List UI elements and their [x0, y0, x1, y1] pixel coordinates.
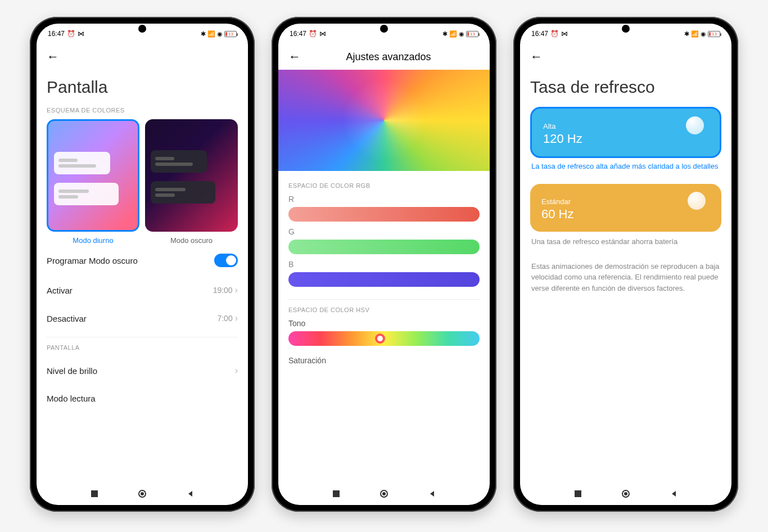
- b-slider[interactable]: [288, 272, 480, 287]
- chevron-right-icon: ›: [235, 313, 238, 323]
- hue-slider[interactable]: [288, 331, 480, 346]
- page-title: Tasa de refresco: [530, 78, 721, 97]
- mode-light-thumb: [47, 119, 139, 232]
- signal-icon: 📶: [691, 30, 699, 38]
- alarm-icon: ⏰: [550, 30, 559, 38]
- signal-icon: 📶: [449, 30, 457, 38]
- screen-1: 16:47 ⏰ ⋈ ✱ 📶 ◉ 13 ← Pantalla ESQUEMA DE…: [37, 24, 248, 505]
- alarm-icon: ⏰: [67, 30, 75, 38]
- mode-dark-card[interactable]: Modo oscuro: [145, 119, 238, 245]
- svg-point-8: [624, 492, 627, 495]
- back-button[interactable]: ←: [530, 49, 544, 64]
- mode-light-card[interactable]: Modo diurno: [47, 119, 139, 245]
- camera-notch: [138, 25, 146, 33]
- bluetooth-icon: ✱: [442, 30, 448, 38]
- r-slider[interactable]: [288, 207, 480, 222]
- reading-mode-label: Modo lectura: [47, 394, 96, 403]
- section-rgb: ESPACIO DE COLOR RGB: [288, 182, 480, 189]
- nav-recent-button[interactable]: [89, 489, 100, 499]
- screen-3: 16:47 ⏰ ⋈ ✱ 📶 ◉ 13 ← Tasa de refresco Al…: [520, 24, 731, 505]
- page-title: Pantalla: [47, 78, 238, 97]
- brightness-label: Nivel de brillo: [47, 366, 97, 376]
- nav-recent-button[interactable]: [331, 489, 341, 499]
- wifi-icon: ◉: [701, 30, 706, 38]
- nav-back-button[interactable]: [427, 489, 437, 499]
- rate-high-value: 120 Hz: [543, 132, 708, 146]
- saturation-label: Saturación: [288, 356, 480, 365]
- activate-row[interactable]: Activar 19:00›: [47, 276, 238, 304]
- deactivate-label: Desactivar: [47, 314, 87, 323]
- hue-marker[interactable]: [375, 333, 385, 344]
- rate-std-value: 60 Hz: [541, 207, 710, 222]
- phone-frame-3: 16:47 ⏰ ⋈ ✱ 📶 ◉ 13 ← Tasa de refresco Al…: [513, 17, 738, 512]
- battery-icon: 13: [466, 31, 478, 37]
- nav-back-button[interactable]: [185, 489, 195, 499]
- status-time: 16:47: [48, 30, 65, 38]
- chevron-right-icon: ›: [235, 285, 238, 295]
- wifi-icon: ◉: [459, 30, 464, 38]
- rate-high-card[interactable]: Alta 120 Hz: [530, 107, 721, 158]
- color-preview-image: [278, 70, 490, 171]
- header: ←: [37, 44, 248, 70]
- svg-rect-3: [333, 490, 340, 497]
- schedule-dark-toggle[interactable]: [214, 254, 238, 267]
- nav-recent-button[interactable]: [573, 489, 583, 499]
- header: ← Ajustes avanzados: [278, 44, 490, 70]
- screen-2: 16:47 ⏰ ⋈ ✱ 📶 ◉ 13 ← Ajustes avanzados E…: [278, 24, 490, 505]
- battery-icon: 13: [224, 31, 237, 37]
- deactivate-row[interactable]: Desactivar 7:00›: [47, 304, 238, 332]
- rate-std-card[interactable]: Estándar 60 Hz: [530, 184, 721, 232]
- g-label: G: [288, 227, 480, 236]
- activate-value: 19:00: [213, 286, 233, 295]
- nav-home-button[interactable]: [379, 489, 389, 499]
- divider: [47, 337, 238, 337]
- rate-footnote: Estas animaciones de demostración se rep…: [531, 261, 720, 294]
- nav-bar: [520, 483, 731, 505]
- nav-back-button[interactable]: [668, 489, 679, 499]
- rate-high-label: Alta: [543, 122, 708, 130]
- rate-high-caption: La tasa de refresco alta añade más clari…: [531, 161, 720, 172]
- back-button[interactable]: ←: [47, 49, 60, 64]
- nav-home-button[interactable]: [621, 489, 631, 499]
- bluetooth-icon: ✱: [201, 30, 206, 38]
- section-display: PANTALLA: [47, 344, 238, 351]
- schedule-dark-label: Programar Modo oscuro: [47, 256, 138, 265]
- bluetooth-icon: ✱: [684, 30, 689, 38]
- nav-bar: [278, 483, 490, 505]
- status-time: 16:47: [531, 30, 548, 38]
- reading-mode-row[interactable]: Modo lectura: [47, 385, 238, 412]
- divider: [288, 299, 480, 300]
- svg-rect-6: [575, 490, 581, 497]
- tone-label: Tono: [288, 319, 480, 328]
- rate-std-caption: Una tasa de refresco estándar ahorra bat…: [531, 236, 720, 247]
- deactivate-value: 7:00: [217, 314, 232, 323]
- mode-light-label: Modo diurno: [73, 236, 113, 245]
- cast-icon: ⋈: [561, 30, 568, 38]
- status-time: 16:47: [290, 30, 306, 38]
- nav-bar: [37, 483, 248, 505]
- svg-rect-0: [91, 490, 98, 497]
- brightness-row[interactable]: Nivel de brillo ›: [47, 357, 238, 385]
- g-slider[interactable]: [288, 240, 480, 254]
- mode-row: Modo diurno Modo oscuro: [47, 119, 238, 245]
- wifi-icon: ◉: [217, 30, 223, 38]
- section-hsv: ESPACIO DE COLOR HSV: [288, 306, 480, 313]
- phone-frame-2: 16:47 ⏰ ⋈ ✱ 📶 ◉ 13 ← Ajustes avanzados E…: [272, 17, 496, 512]
- header-title: Ajustes avanzados: [311, 51, 466, 63]
- cast-icon: ⋈: [78, 30, 84, 38]
- phone-frame-1: 16:47 ⏰ ⋈ ✱ 📶 ◉ 13 ← Pantalla ESQUEMA DE…: [30, 17, 255, 512]
- section-color-scheme: ESQUEMA DE COLORES: [47, 107, 238, 114]
- schedule-dark-row[interactable]: Programar Modo oscuro: [47, 245, 238, 276]
- back-button[interactable]: ←: [288, 49, 302, 64]
- b-label: B: [288, 260, 480, 269]
- cast-icon: ⋈: [319, 30, 326, 38]
- svg-point-2: [141, 492, 144, 495]
- svg-point-5: [382, 492, 386, 495]
- nav-home-button[interactable]: [137, 489, 147, 499]
- camera-notch: [380, 25, 388, 33]
- camera-notch: [622, 25, 630, 33]
- alarm-icon: ⏰: [309, 30, 317, 38]
- mode-dark-thumb: [145, 119, 238, 232]
- header: ←: [520, 44, 731, 70]
- mode-dark-label: Modo oscuro: [170, 236, 213, 245]
